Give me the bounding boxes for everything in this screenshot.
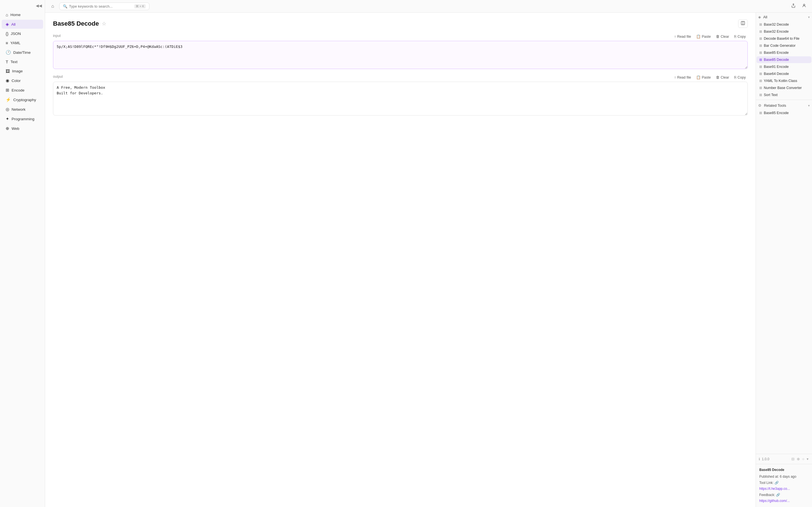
panel-item-label: Base91 Encode (764, 65, 789, 69)
layout-toggle-button[interactable] (738, 19, 748, 28)
feedback-label: Feedback: (759, 493, 775, 497)
panel-item-number-base[interactable]: ⊞ Number Base Converter (756, 84, 811, 91)
feedback-link-anchor[interactable]: https://github.com/... (759, 499, 790, 503)
input-clear-button[interactable]: 🗑 Clear (714, 34, 731, 40)
favorite-button[interactable]: ☆ (102, 20, 106, 27)
user-icon (802, 3, 806, 8)
version-check-button[interactable]: ○ (802, 456, 805, 462)
panel-item-decode-base64-file[interactable]: ⊞ Decode Base64 to File (756, 35, 811, 42)
info-icon: ℹ (759, 457, 760, 461)
paste-label: Paste (702, 35, 711, 39)
input-copy-button[interactable]: ⎘ Copy (732, 34, 748, 40)
input-toolbar: input ↑ Read file 📋 Paste 🗑 Clear (53, 34, 748, 40)
sidebar-item-image[interactable]: 🖼 Image (2, 67, 43, 75)
sidebar-item-label: All (11, 22, 15, 26)
clear-icon: 🗑 (716, 34, 719, 39)
output-label: output (53, 75, 63, 78)
sidebar-item-color[interactable]: ◉ Color (2, 76, 43, 85)
panel-item-base91-encode[interactable]: ⊞ Base91 Encode (756, 63, 811, 70)
sidebar-item-datetime[interactable]: 🕐 Date/Time (2, 48, 43, 57)
sidebar-item-encode[interactable]: ⊞ Encode (2, 86, 43, 95)
sidebar-item-json[interactable]: {} JSON (2, 29, 43, 38)
input-read-file-button[interactable]: ↑ Read file (672, 34, 693, 40)
sidebar-item-cryptography[interactable]: ⚡ Cryptography (2, 95, 43, 104)
output-textarea[interactable] (53, 82, 748, 115)
panel-item-base85-encode-related[interactable]: ⊞ Base85 Encode (756, 110, 811, 116)
encode-icon: ⊞ (6, 88, 9, 93)
base64-decode-icon: ⊞ (759, 72, 762, 76)
panel-item-label: Bar Code Generator (764, 44, 796, 48)
paste-icon-out: 📋 (696, 75, 701, 79)
panel-item-base64-decode[interactable]: ⊞ Base64 Decode (756, 70, 811, 77)
share-button[interactable] (790, 2, 797, 10)
tool-link-label: Tool Link: (759, 481, 774, 485)
sidebar-item-network[interactable]: ◎ Network (2, 105, 43, 114)
all-section-label: All (763, 15, 767, 19)
related-section-label: Related Tools (764, 103, 786, 108)
meta-published: Published at: 6 days ago (759, 474, 809, 480)
sidebar-item-text[interactable]: T Text (2, 57, 43, 66)
sidebar-item-yaml[interactable]: ≡ YAML (2, 39, 43, 47)
tool-link-anchor[interactable]: https://t.he3app.co... (759, 487, 790, 491)
output-read-file-button[interactable]: ↑ Read file (672, 74, 693, 80)
panel-item-base85-decode[interactable]: ⊞ Base85 Decode (756, 56, 811, 63)
version-chevron-button[interactable]: ▾ (806, 456, 809, 462)
right-panel: ◈ All ▾ ⊞ Base32 Decode ⊞ Base32 Encode … (756, 13, 812, 507)
search-input[interactable] (69, 4, 133, 8)
base32-decode-icon: ⊞ (759, 22, 762, 26)
copy-icon-out: ⎘ (734, 75, 737, 79)
sidebar-item-all[interactable]: ◈ All (2, 20, 43, 29)
version-globe-button[interactable]: ⊕ (796, 456, 801, 462)
base91-encode-icon: ⊞ (759, 65, 762, 69)
all-section-header[interactable]: ◈ All ▾ (756, 13, 812, 21)
panel-item-base32-encode[interactable]: ⊞ Base32 Encode (756, 28, 811, 35)
user-button[interactable] (800, 2, 808, 10)
version-bar: ℹ 1.0.0 ⊟ ⊕ ○ ▾ (756, 454, 812, 464)
input-paste-button[interactable]: 📋 Paste (694, 34, 713, 40)
collapse-sidebar-button[interactable]: ◀◀ (36, 3, 42, 8)
output-copy-button[interactable]: ⎘ Copy (732, 74, 748, 80)
sidebar-item-label: YAML (10, 41, 20, 45)
color-icon: ◉ (6, 78, 9, 83)
panel-item-base85-encode[interactable]: ⊞ Base85 Encode (756, 49, 811, 56)
topbar-right (790, 2, 808, 10)
version-label: 1.0.0 (762, 457, 769, 461)
panel-item-label: Base85 Encode (764, 111, 789, 115)
cryptography-icon: ⚡ (6, 97, 11, 102)
base32-encode-icon: ⊞ (759, 30, 762, 34)
base85-decode-icon: ⊞ (759, 58, 762, 62)
copy-label: Copy (738, 35, 746, 39)
panel-item-label: Number Base Converter (764, 86, 802, 90)
panel-item-yaml-kotlin[interactable]: ⊞ YAML To Kotlin Class (756, 77, 811, 84)
tool-area: Base85 Decode ☆ input ↑ Read file (45, 13, 756, 507)
base85-encode-related-icon: ⊞ (759, 111, 762, 115)
sidebar-item-programming[interactable]: ✦ Programming (2, 114, 43, 123)
meta-tool-link: Tool Link: 🔗 https://t.he3app.co... (759, 480, 809, 492)
version-copy-button[interactable]: ⊟ (791, 456, 795, 462)
output-clear-button[interactable]: 🗑 Clear (714, 74, 731, 80)
home-button[interactable]: ⌂ (49, 2, 56, 10)
image-icon: 🖼 (6, 69, 10, 73)
sidebar: ◀◀ ⌂ Home ◈ All {} JSON ≡ YAML 🕐 Date/Ti… (0, 0, 45, 507)
search-bar-container: 🔍 ⌘ + K (59, 3, 149, 10)
sidebar-item-label: Color (11, 78, 20, 83)
copy-icon: ⎘ (734, 34, 737, 39)
sidebar-item-web[interactable]: ⊕ Web (2, 124, 43, 133)
sidebar-toggle[interactable]: ◀◀ (0, 2, 45, 10)
panel-item-base32-decode[interactable]: ⊞ Base32 Decode (756, 21, 811, 28)
output-paste-button[interactable]: 📋 Paste (694, 74, 713, 80)
page-title: Base85 Decode (53, 20, 99, 27)
related-section-header[interactable]: ⚙ Related Tools ▾ (756, 101, 812, 109)
input-textarea[interactable] (53, 41, 748, 69)
sidebar-item-label: JSON (11, 32, 21, 36)
share-icon (791, 3, 796, 8)
panel-item-bar-code[interactable]: ⊞ Bar Code Generator (756, 42, 811, 49)
network-icon: ◎ (6, 107, 9, 112)
home-icon: ⌂ (6, 12, 8, 17)
tool-header: Base85 Decode ☆ (53, 19, 748, 28)
related-section-icon: ⚙ (758, 103, 762, 108)
panel-item-sort-text[interactable]: ⊞ Sort Text (756, 92, 811, 98)
sidebar-item-label: Network (11, 107, 26, 112)
sidebar-item-home[interactable]: ⌂ Home (2, 10, 43, 19)
input-block: input ↑ Read file 📋 Paste 🗑 Clear (53, 34, 748, 70)
